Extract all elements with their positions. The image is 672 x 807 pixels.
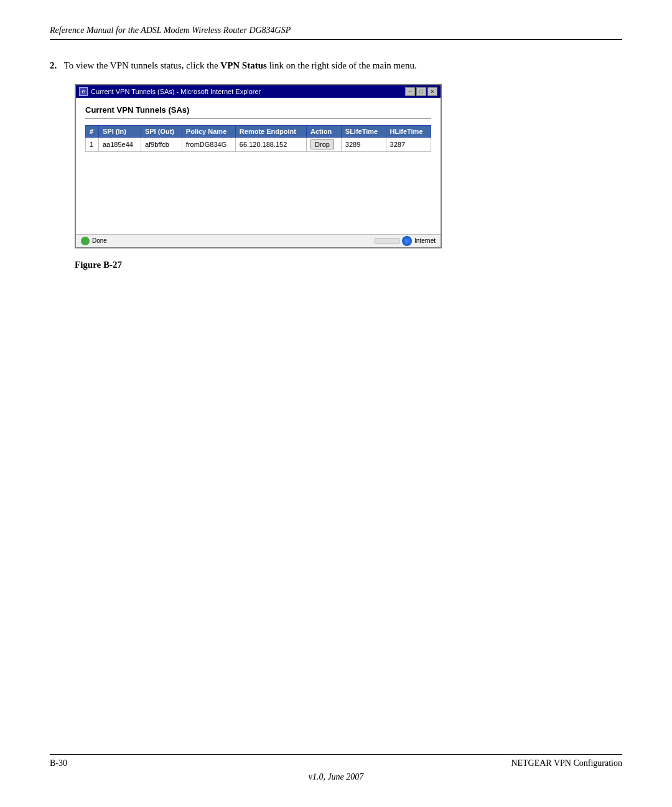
col-remote-endpoint: Remote Endpoint bbox=[235, 125, 306, 137]
table-row: 1 aa185e44 af9bffcb fromDG834G 66.120.18… bbox=[86, 137, 431, 151]
titlebar-left: e Current VPN Tunnels (SAs) - Microsoft … bbox=[79, 87, 261, 96]
page-header: Reference Manual for the ADSL Modem Wire… bbox=[50, 25, 622, 40]
statusbar-right: Internet bbox=[375, 236, 436, 246]
instruction-paragraph: 2. To view the VPN tunnels status, click… bbox=[50, 59, 622, 73]
footer-rule bbox=[50, 754, 622, 755]
browser-statusbar: Done Internet bbox=[76, 234, 441, 247]
browser-icon: e bbox=[79, 87, 88, 96]
page-footer: B-30 NETGEAR VPN Configuration v1.0, Jun… bbox=[50, 754, 622, 782]
col-hlifetime: HLifeTime bbox=[386, 125, 431, 137]
instruction-text: To view the VPN tunnels status, click th… bbox=[64, 60, 221, 70]
internet-icon bbox=[402, 236, 412, 246]
cell-action: Drop bbox=[307, 137, 342, 151]
col-spi-out: SPI (Out) bbox=[141, 125, 182, 137]
cell-hlifetime: 3287 bbox=[386, 137, 431, 151]
browser-window: e Current VPN Tunnels (SAs) - Microsoft … bbox=[75, 84, 442, 248]
footer-left: B-30 bbox=[50, 758, 67, 768]
footer-version: v1.0, June 2007 bbox=[309, 772, 364, 781]
progress-bar bbox=[375, 238, 399, 243]
cell-policy-name: fromDG834G bbox=[182, 137, 235, 151]
empty-area bbox=[85, 152, 431, 227]
minimize-button[interactable]: – bbox=[405, 87, 415, 96]
internet-text: Internet bbox=[414, 237, 436, 244]
cell-spi-in: aa185e44 bbox=[98, 137, 141, 151]
drop-button[interactable]: Drop bbox=[310, 139, 334, 149]
cell-slifetime: 3289 bbox=[341, 137, 386, 151]
table-header-row: # SPI (In) SPI (Out) Policy Name Remote … bbox=[86, 125, 431, 137]
footer-row: B-30 NETGEAR VPN Configuration bbox=[50, 758, 622, 768]
footer-right: NETGEAR VPN Configuration bbox=[511, 758, 622, 768]
footer-center: v1.0, June 2007 bbox=[50, 772, 622, 782]
cell-remote-endpoint: 66.120.188.152 bbox=[235, 137, 306, 151]
cell-spi-out: af9bffcb bbox=[141, 137, 182, 151]
titlebar-controls[interactable]: – □ × bbox=[405, 87, 437, 96]
browser-title: Current VPN Tunnels (SAs) - Microsoft In… bbox=[91, 88, 261, 95]
statusbar-left: Done bbox=[81, 237, 107, 245]
col-spi-in: SPI (In) bbox=[98, 125, 141, 137]
page-icon bbox=[81, 237, 90, 245]
header-title: Reference Manual for the ADSL Modem Wire… bbox=[50, 26, 291, 35]
col-slifetime: SLifeTime bbox=[341, 125, 386, 137]
step-number: 2. bbox=[50, 60, 57, 70]
restore-button[interactable]: □ bbox=[416, 87, 426, 96]
browser-content: Current VPN Tunnels (SAs) # SPI (In) SPI… bbox=[76, 98, 441, 234]
close-button[interactable]: × bbox=[427, 87, 437, 96]
col-policy-name: Policy Name bbox=[182, 125, 235, 137]
vpn-status-link: VPN Status bbox=[220, 60, 267, 70]
instruction-end: link on the right side of the main menu. bbox=[267, 60, 417, 70]
vpn-section-title: Current VPN Tunnels (SAs) bbox=[85, 105, 431, 119]
col-action: Action bbox=[307, 125, 342, 137]
cell-num: 1 bbox=[86, 137, 99, 151]
col-num: # bbox=[86, 125, 99, 137]
done-text: Done bbox=[92, 237, 107, 244]
browser-titlebar: e Current VPN Tunnels (SAs) - Microsoft … bbox=[76, 85, 441, 98]
figure-label: Figure B-27 bbox=[75, 260, 622, 270]
vpn-tunnels-table: # SPI (In) SPI (Out) Policy Name Remote … bbox=[85, 125, 431, 152]
